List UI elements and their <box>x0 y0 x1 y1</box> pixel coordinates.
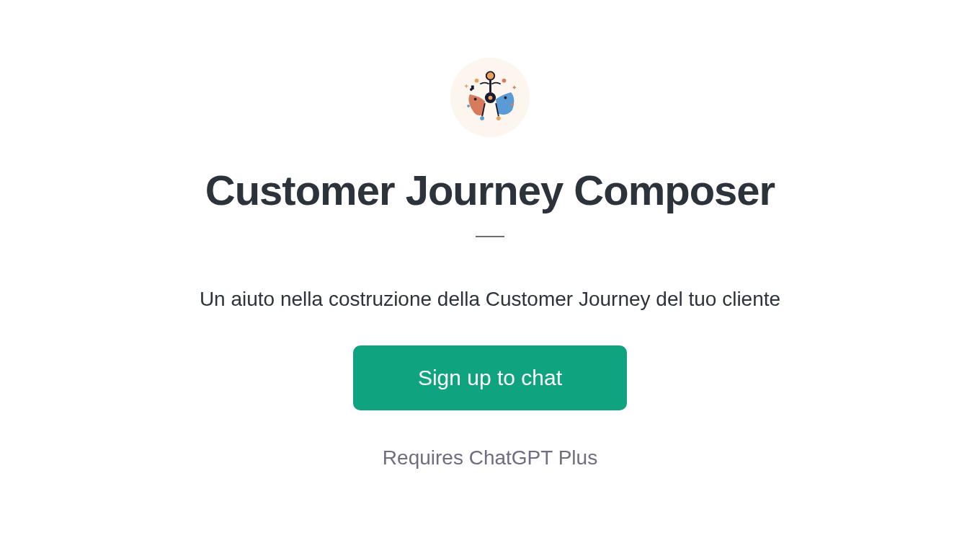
svg-point-7 <box>502 78 506 82</box>
svg-point-5 <box>504 96 507 99</box>
svg-point-12 <box>470 88 473 91</box>
signup-button[interactable]: Sign up to chat <box>353 345 627 410</box>
svg-point-13 <box>511 103 514 106</box>
svg-point-6 <box>474 78 478 82</box>
divider <box>476 236 504 237</box>
svg-point-9 <box>496 116 501 120</box>
svg-point-4 <box>473 97 476 100</box>
page-title: Customer Journey Composer <box>205 166 775 214</box>
svg-point-8 <box>480 116 484 120</box>
svg-point-1 <box>488 95 492 100</box>
requires-label: Requires ChatGPT Plus <box>383 446 597 470</box>
page-description: Un aiuto nella costruzione della Custome… <box>200 288 780 311</box>
app-logo <box>450 58 530 137</box>
journey-composer-icon <box>456 63 525 132</box>
svg-point-2 <box>486 71 494 79</box>
svg-point-14 <box>467 105 470 107</box>
